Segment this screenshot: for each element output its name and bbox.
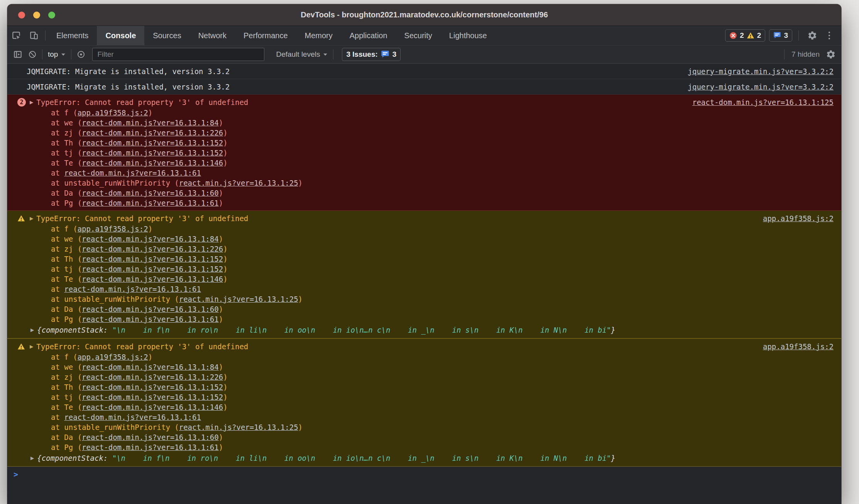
issues-badge[interactable]: 3	[769, 29, 792, 42]
stack-frame-link[interactable]: react-dom.min.js?ver=16.13.1:61	[64, 169, 201, 177]
divider	[784, 49, 785, 59]
stack-frame-link[interactable]: react-dom.min.js?ver=16.13.1:226	[82, 129, 223, 137]
stack-frame-link[interactable]: react-dom.min.js?ver=16.13.1:146	[82, 403, 223, 411]
console-toolbar: top Default levels 3 Issues: 3 7 hidden	[7, 45, 841, 64]
message-source-link[interactable]: app.a19f358.js:2	[754, 341, 834, 352]
stack-frame-link[interactable]: app.a19f358.js:2	[78, 353, 148, 361]
stack-frame-link[interactable]: react-dom.min.js?ver=16.13.1:226	[82, 373, 223, 381]
message-source-link[interactable]: jquery-migrate.min.js?ver=3.3.2:2	[679, 83, 834, 91]
console-prompt[interactable]: >	[7, 467, 841, 504]
stack-frame-link[interactable]: react-dom.min.js?ver=16.13.1:60	[82, 305, 219, 313]
stack-frame: at tj (react-dom.min.js?ver=16.13.1:152)	[7, 264, 834, 274]
stack-frame-link[interactable]: react-dom.min.js?ver=16.13.1:60	[82, 189, 219, 197]
devtools-tab-bar: Elements Console Sources Network Perform…	[7, 26, 841, 45]
tab-sources[interactable]: Sources	[144, 26, 189, 45]
stack-frame-text: at Te (	[51, 275, 82, 283]
window-title: DevTools - broughton2021.maratodev.co.uk…	[7, 10, 841, 19]
tab-memory[interactable]: Memory	[296, 26, 341, 45]
stack-frame: at zj (react-dom.min.js?ver=16.13.1:226)	[7, 372, 834, 382]
tab-elements[interactable]: Elements	[48, 26, 97, 45]
errors-warnings-badge[interactable]: 2 2	[725, 29, 765, 42]
tab-application[interactable]: Application	[341, 26, 396, 45]
stack-frame-link[interactable]: react-dom.min.js?ver=16.13.1:61	[64, 413, 201, 421]
stack-frame-link[interactable]: react-dom.min.js?ver=16.13.1:152	[82, 265, 223, 273]
stack-frame-link[interactable]: react-dom.min.js?ver=16.13.1:84	[82, 235, 219, 243]
stack-frame-text: )	[298, 295, 303, 303]
tab-performance[interactable]: Performance	[235, 26, 296, 45]
stack-frame-link[interactable]: react-dom.min.js?ver=16.13.1:61	[82, 443, 219, 452]
expand-triangle-icon[interactable]: ▶	[30, 453, 34, 463]
stack-frame-link[interactable]: react-dom.min.js?ver=16.13.1:84	[82, 363, 219, 371]
stack-frame-link[interactable]: react-dom.min.js?ver=16.13.1:152	[82, 139, 223, 147]
stack-frame-link[interactable]: app.a19f358.js:2	[78, 225, 148, 233]
warning-stack-trace: at f (app.a19f358.js:2)at we (react-dom.…	[7, 352, 834, 452]
clear-console-button[interactable]	[25, 47, 40, 61]
stack-frame-text: at Da (	[51, 433, 82, 441]
devtools-settings-button[interactable]	[805, 30, 820, 41]
stack-frame: at we (react-dom.min.js?ver=16.13.1:84)	[7, 362, 834, 372]
issues-button-label: 3 Issues:	[346, 50, 377, 59]
error-stack-trace: at f (app.a19f358.js:2)at we (react-dom.…	[7, 108, 834, 208]
stack-frame-link[interactable]: react-dom.min.js?ver=16.13.1:152	[82, 149, 223, 157]
stack-frame-link[interactable]: react.min.js?ver=16.13.1:25	[179, 179, 298, 187]
stack-frame-text: )	[298, 423, 303, 431]
stack-frame-link[interactable]: react-dom.min.js?ver=16.13.1:152	[82, 393, 223, 401]
stack-frame-link[interactable]: react-dom.min.js?ver=16.13.1:61	[82, 199, 219, 207]
message-source-link[interactable]: react-dom.min.js?ver=16.13.1:125	[683, 97, 834, 108]
issues-button-count: 3	[392, 50, 397, 59]
minimize-window-button[interactable]	[33, 12, 40, 19]
create-live-expression-button[interactable]	[74, 47, 88, 61]
clear-circle-slash-icon	[28, 50, 37, 59]
issues-button[interactable]: 3 Issues: 3	[342, 48, 401, 61]
stack-frame-text: )	[223, 373, 227, 381]
stack-frame-link[interactable]: react-dom.min.js?ver=16.13.1:61	[64, 285, 201, 293]
inspect-element-button[interactable]	[7, 26, 25, 45]
stack-frame: at Da (react-dom.min.js?ver=16.13.1:60)	[7, 304, 834, 314]
stack-frame-link[interactable]: react-dom.min.js?ver=16.13.1:152	[82, 255, 223, 263]
expand-triangle-icon[interactable]: ▶	[30, 341, 33, 352]
stack-frame-text: at Th (	[51, 383, 82, 391]
fullscreen-window-button[interactable]	[48, 12, 55, 19]
stack-frame: at Th (react-dom.min.js?ver=16.13.1:152)	[7, 382, 834, 392]
message-source-link[interactable]: jquery-migrate.min.js?ver=3.3.2:2	[679, 67, 834, 76]
expand-triangle-icon[interactable]: ▶	[30, 213, 33, 224]
gear-icon	[826, 49, 836, 59]
javascript-context-selector[interactable]: top	[45, 50, 69, 59]
stack-frame-text: at we (	[51, 363, 82, 371]
tab-network[interactable]: Network	[190, 26, 235, 45]
stack-frame: at Th (react-dom.min.js?ver=16.13.1:152)	[7, 138, 834, 148]
close-window-button[interactable]	[18, 12, 25, 19]
stack-frame-link[interactable]: react-dom.min.js?ver=16.13.1:152	[82, 383, 223, 391]
log-levels-dropdown[interactable]: Default levels	[273, 50, 331, 59]
show-console-sidebar-button[interactable]	[10, 47, 25, 61]
stack-frame: at Da (react-dom.min.js?ver=16.13.1:60)	[7, 432, 834, 442]
stack-frame-link[interactable]: react-dom.min.js?ver=16.13.1:84	[82, 118, 219, 127]
toggle-device-toolbar-button[interactable]	[25, 26, 43, 45]
stack-frame-text: )	[223, 159, 227, 167]
warning-stack-trace: at f (app.a19f358.js:2)at we (react-dom.…	[7, 224, 834, 324]
stack-frame-link[interactable]: react-dom.min.js?ver=16.13.1:226	[82, 245, 223, 253]
stack-frame-link[interactable]: react-dom.min.js?ver=16.13.1:61	[82, 315, 219, 323]
stack-frame-link[interactable]: react-dom.min.js?ver=16.13.1:60	[82, 433, 219, 441]
console-settings-button[interactable]	[823, 47, 838, 61]
stack-frame-text: at Te (	[51, 159, 82, 167]
stack-frame-link[interactable]: react-dom.min.js?ver=16.13.1:146	[82, 275, 223, 283]
tab-console[interactable]: Console	[97, 26, 144, 45]
stack-frame-link[interactable]: app.a19f358.js:2	[78, 108, 148, 117]
stack-frame: at unstable_runWithPriority (react.min.j…	[7, 294, 834, 304]
stack-frame-link[interactable]: react.min.js?ver=16.13.1:25	[179, 295, 298, 303]
message-source-link[interactable]: app.a19f358.js:2	[754, 213, 834, 224]
stack-frame-link[interactable]: react.min.js?ver=16.13.1:25	[179, 423, 298, 431]
expand-triangle-icon[interactable]: ▶	[30, 97, 33, 108]
tab-lighthouse[interactable]: Lighthouse	[441, 26, 495, 45]
expand-triangle-icon[interactable]: ▶	[30, 325, 34, 335]
tab-security[interactable]: Security	[396, 26, 441, 45]
stack-frame-text: )	[219, 235, 223, 243]
devtools-menu-button[interactable]	[823, 32, 835, 39]
stack-frame-link[interactable]: react-dom.min.js?ver=16.13.1:146	[82, 159, 223, 167]
object-property-name: {componentStack:	[37, 452, 112, 464]
stack-frame: at tj (react-dom.min.js?ver=16.13.1:152)	[7, 392, 834, 402]
hidden-messages-count[interactable]: 7 hidden	[791, 50, 820, 59]
console-filter-input[interactable]	[92, 48, 264, 61]
stack-frame-text: at we (	[51, 118, 82, 127]
